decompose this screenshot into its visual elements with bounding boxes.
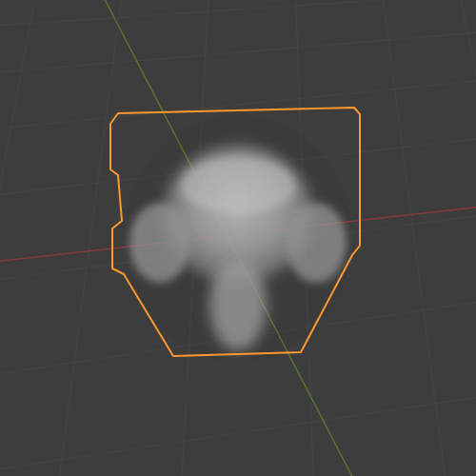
volume-object[interactable] (124, 114, 352, 362)
svg-line-11 (381, 0, 447, 476)
svg-line-0 (0, 0, 476, 29)
svg-line-1 (0, 29, 476, 76)
viewport-canvas (0, 0, 476, 476)
svg-point-18 (124, 114, 352, 362)
viewport-3d[interactable] (0, 0, 476, 476)
svg-line-12 (457, 0, 476, 476)
svg-line-8 (57, 0, 124, 476)
svg-line-6 (0, 390, 476, 476)
